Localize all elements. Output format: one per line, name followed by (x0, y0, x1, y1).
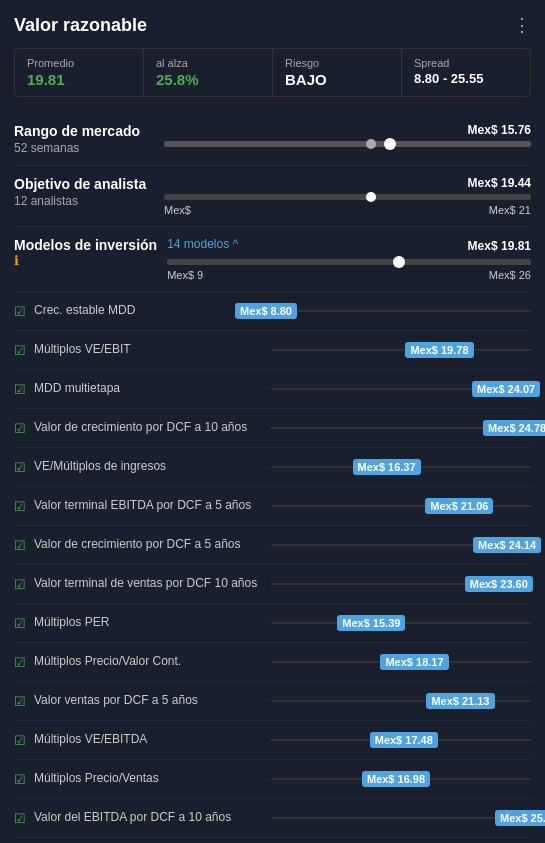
models-range-max: Mex$ 26 (489, 269, 531, 281)
model-bar-track (271, 817, 531, 819)
analyst-sub: 12 analistas (14, 194, 154, 208)
riesgo-label: Riesgo (285, 57, 389, 69)
model-row: ☑ Múltiplos VE/EBITDA Mex$ 17.48 (14, 721, 531, 760)
model-bar-area: Mex$ 17.48 (271, 726, 531, 754)
model-check: ☑ (14, 499, 26, 514)
header: Valor razonable ⋮ (14, 14, 531, 36)
models-left: Modelos de inversión ℹ (14, 237, 157, 268)
market-range-sub: 52 semanas (14, 141, 154, 155)
analyst-main-value: Mex$ 19.44 (164, 176, 531, 190)
model-badge: Mex$ 21.06 (425, 498, 493, 514)
models-toggle[interactable]: 14 modelos ^ (167, 237, 238, 251)
model-bar-area: Mex$ 18.17 (271, 648, 531, 676)
model-badge: Mex$ 24.07 (472, 381, 540, 397)
metric-promedio: Promedio 19.81 (15, 49, 144, 96)
model-badge: Mex$ 24.78 (483, 420, 545, 436)
more-icon[interactable]: ⋮ (513, 14, 531, 36)
market-range-title: Rango de mercado (14, 123, 154, 139)
model-name: Valor terminal de ventas por DCF 10 años (34, 576, 271, 592)
model-bar-area: Mex$ 16.98 (271, 765, 531, 793)
market-range-area: Mex$ 15.76 (154, 123, 531, 151)
model-list: ☑ Crec. estable MDD Mex$ 8.80 ☑ Múltiplo… (14, 292, 531, 838)
metrics-bar: Promedio 19.81 al alza 25.8% Riesgo BAJO… (14, 48, 531, 97)
model-check: ☑ (14, 733, 26, 748)
market-range-left: Rango de mercado 52 semanas (14, 123, 154, 155)
model-bar-area: Mex$ 24.07 (271, 375, 531, 403)
range-dot-active (384, 138, 396, 150)
models-title: Modelos de inversión (14, 237, 157, 253)
spread-label: Spread (414, 57, 518, 69)
analyst-sub-left: Mex$ (164, 204, 191, 216)
analyst-title: Objetivo de analista (14, 176, 154, 192)
model-bar-area: Mex$ 21.06 (271, 492, 531, 520)
model-check: ☑ (14, 304, 26, 319)
model-badge: Mex$ 21.13 (426, 693, 494, 709)
analyst-sub-values: Mex$ Mex$ 21 (164, 204, 531, 216)
model-name: VE/Múltiplos de ingresos (34, 459, 271, 475)
analyst-bar-bg (164, 194, 531, 200)
model-bar-area: Mex$ 25.55 (271, 804, 531, 832)
model-check: ☑ (14, 616, 26, 631)
model-row: ☑ Valor terminal EBITDA por DCF a 5 años… (14, 487, 531, 526)
models-main-value: Mex$ 19.81 (468, 239, 531, 253)
market-range-section: Rango de mercado 52 semanas Mex$ 15.76 (14, 113, 531, 166)
model-name: Valor terminal EBITDA por DCF a 5 años (34, 498, 271, 514)
model-row: ☑ Valor de crecimiento por DCF a 5 años … (14, 526, 531, 565)
model-row: ☑ Múltiplos Precio/Valor Cont. Mex$ 18.1… (14, 643, 531, 682)
model-name: Valor ventas por DCF a 5 años (34, 693, 271, 709)
model-row: ☑ Múltiplos Precio/Ventas Mex$ 16.98 (14, 760, 531, 799)
model-badge: Mex$ 16.37 (353, 459, 421, 475)
model-check: ☑ (14, 577, 26, 592)
alza-label: al alza (156, 57, 260, 69)
models-bar-bg (167, 259, 531, 265)
model-bar-area: Mex$ 19.78 (271, 336, 531, 364)
promedio-value: 19.81 (27, 71, 131, 88)
models-section: Modelos de inversión ℹ 14 modelos ^ Mex$… (14, 227, 531, 292)
page-title: Valor razonable (14, 15, 147, 36)
model-check: ☑ (14, 343, 26, 358)
model-row: ☑ Múltiplos VE/EBIT Mex$ 19.78 (14, 331, 531, 370)
models-range-labels: Mex$ 9 Mex$ 26 (167, 269, 531, 281)
model-row: ☑ Valor terminal de ventas por DCF 10 añ… (14, 565, 531, 604)
metric-spread: Spread 8.80 - 25.55 (402, 49, 530, 96)
analyst-left: Objetivo de analista 12 analistas (14, 176, 154, 208)
main-container: Valor razonable ⋮ Promedio 19.81 al alza… (0, 0, 545, 843)
model-name: Múltiplos VE/EBITDA (34, 732, 271, 748)
model-row: ☑ Valor ventas por DCF a 5 años Mex$ 21.… (14, 682, 531, 721)
model-bar-area: Mex$ 23.60 (271, 570, 531, 598)
model-name: Múltiplos Precio/Ventas (34, 771, 271, 787)
model-bar-area: Mex$ 24.14 (271, 531, 531, 559)
model-name: Valor del EBITDA por DCF a 10 años (34, 810, 271, 826)
analyst-sub-right: Mex$ 21 (489, 204, 531, 216)
model-row: ☑ Múltiplos PER Mex$ 15.39 (14, 604, 531, 643)
model-bar-area: Mex$ 24.78 (271, 414, 531, 442)
model-check: ☑ (14, 538, 26, 553)
model-badge: Mex$ 18.17 (380, 654, 448, 670)
model-badge: Mex$ 23.60 (465, 576, 533, 592)
model-check: ☑ (14, 460, 26, 475)
model-name: Valor de crecimiento por DCF a 5 años (34, 537, 271, 553)
model-bar-track (271, 349, 531, 351)
model-name: Valor de crecimiento por DCF a 10 años (34, 420, 271, 436)
model-check: ☑ (14, 421, 26, 436)
model-name: Múltiplos Precio/Valor Cont. (34, 654, 271, 670)
model-name: Múltiplos PER (34, 615, 271, 631)
range-fill (164, 141, 531, 147)
models-bar (167, 259, 531, 265)
models-dot (393, 256, 405, 268)
model-bar-track (271, 310, 531, 312)
model-row: ☑ Valor del EBITDA por DCF a 10 años Mex… (14, 799, 531, 838)
model-check: ☑ (14, 811, 26, 826)
models-range-min: Mex$ 9 (167, 269, 203, 281)
model-check: ☑ (14, 694, 26, 709)
model-bar-area: Mex$ 16.37 (271, 453, 531, 481)
model-check: ☑ (14, 772, 26, 787)
promedio-label: Promedio (27, 57, 131, 69)
model-name: MDD multietapa (34, 381, 271, 397)
range-dot-left (366, 139, 376, 149)
analyst-dot (366, 192, 376, 202)
model-badge: Mex$ 16.98 (362, 771, 430, 787)
model-bar-area: Mex$ 8.80 (271, 297, 531, 325)
model-bar-area: Mex$ 21.13 (271, 687, 531, 715)
model-badge: Mex$ 15.39 (337, 615, 405, 631)
